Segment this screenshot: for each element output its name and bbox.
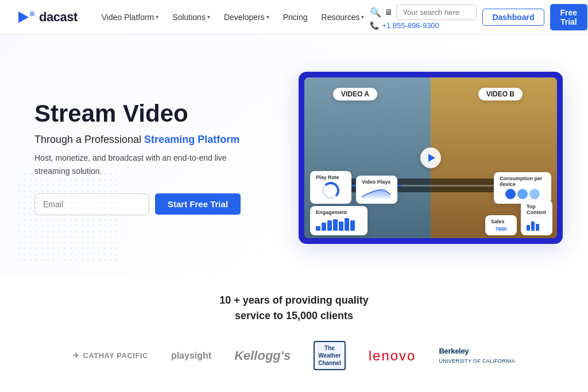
logo[interactable]: dacast — [18, 9, 78, 25]
chevron-down-icon: ▾ — [361, 14, 364, 20]
hero-left: Stream Video Through a Professional Stre… — [34, 100, 276, 215]
play-button[interactable] — [420, 148, 441, 168]
stats-text-line1: 10 + years of providing quality — [11, 293, 577, 308]
pie-slice-2 — [517, 189, 528, 199]
bar-4 — [333, 219, 338, 231]
monitor-icon: 🖥 — [385, 7, 393, 17]
chevron-down-icon: ▾ — [207, 14, 210, 20]
bar-chart-top-content — [527, 217, 547, 231]
donut-chart — [322, 182, 339, 199]
bar-7 — [350, 220, 355, 231]
nav-item-solutions[interactable]: Solutions ▾ — [167, 9, 216, 25]
customer-stories-section: See customer stories → — [0, 387, 588, 392]
bar-3 — [327, 220, 332, 231]
logo-berkeley: BerkeleyUNIVERSITY OF CALIFORNIA — [439, 347, 515, 364]
stat-card-top-content: Top Content — [521, 200, 552, 235]
hero-form: Start Free Trial — [34, 193, 276, 215]
tc-bar-1 — [527, 225, 530, 231]
stat-card-consumption: Consumption per device — [494, 172, 551, 204]
chevron-down-icon: ▾ — [156, 14, 158, 20]
video-panel: VIDEO A VIDEO B Play Rate Video Pl — [299, 72, 563, 244]
stats-text-line2: service to 15,000 clients — [11, 308, 577, 324]
hero-subtitle: Through a Professional Streaming Platfor… — [34, 134, 276, 146]
search-icon[interactable]: 🔍 — [370, 7, 381, 18]
search-input[interactable] — [396, 5, 477, 20]
pie-slice-3 — [529, 189, 540, 199]
email-input[interactable] — [34, 193, 149, 215]
logo-icon — [18, 9, 34, 25]
bar-1 — [316, 226, 320, 231]
stats-bar: 10 + years of providing quality service … — [0, 275, 588, 335]
nav-item-pricing[interactable]: Pricing — [277, 9, 314, 25]
area-chart — [362, 187, 390, 199]
stat-card-play-rate: Play Rate — [310, 171, 351, 204]
bar-chart-engagement — [316, 217, 362, 231]
bar-5 — [339, 222, 343, 231]
bar-2 — [322, 223, 326, 231]
play-icon — [428, 154, 435, 162]
nav-links: Video Platform ▾ Solutions ▾ Developers … — [96, 9, 370, 25]
video-inner: VIDEO A VIDEO B Play Rate Video Pl — [304, 77, 557, 238]
search-area: 🔍 🖥 📞 +1 855-896-9300 — [370, 5, 477, 30]
logo-cathay-pacific: ✈ CATHAY PACIFIC — [73, 351, 148, 360]
svg-rect-1 — [30, 11, 34, 16]
video-label-a: VIDEO A — [333, 88, 377, 100]
logos-section: ✈ CATHAY PACIFIC playsight Kellogg's The… — [0, 335, 588, 387]
logo-playsight: playsight — [171, 351, 211, 361]
logo-weather-channel: TheWeatherChannel — [314, 341, 345, 370]
video-label-b: VIDEO B — [478, 88, 523, 100]
chevron-down-icon: ▾ — [266, 14, 269, 20]
stat-card-sales: Sales 7680 — [485, 215, 517, 235]
nav-item-video-platform[interactable]: Video Platform ▾ — [96, 9, 165, 25]
nav-item-resources[interactable]: Resources ▾ — [316, 9, 370, 25]
free-trial-button[interactable]: Free Trial — [550, 4, 588, 30]
navbar: dacast Video Platform ▾ Solutions ▾ Deve… — [0, 0, 588, 34]
stat-card-engagement: Engagement — [310, 206, 368, 235]
start-free-trial-button[interactable]: Start Free Trial — [155, 193, 241, 215]
tc-bar-3 — [536, 224, 539, 231]
sales-value: 7680 — [491, 226, 511, 232]
pie-slice-1 — [505, 189, 516, 199]
logos-row: ✈ CATHAY PACIFIC playsight Kellogg's The… — [34, 341, 554, 370]
hero-title: Stream Video — [34, 100, 276, 127]
hero-description: Host, monetize, and broadcast with an en… — [34, 152, 253, 177]
dashboard-button[interactable]: Dashboard — [482, 9, 544, 26]
tc-bar-2 — [531, 222, 535, 231]
phone-row: 📞 +1 855-896-9300 — [370, 21, 477, 30]
hero-subtitle-highlight: Streaming Platform — [144, 134, 239, 145]
pie-chart-row — [500, 189, 546, 199]
logo-text: dacast — [39, 10, 78, 25]
svg-marker-0 — [18, 11, 29, 23]
logo-kelloggs: Kellogg's — [234, 348, 291, 363]
bar-6 — [345, 218, 349, 231]
hero-section: Stream Video Through a Professional Stre… — [0, 34, 588, 275]
phone-icon: 📞 — [370, 21, 379, 30]
phone-number[interactable]: +1 855-896-9300 — [382, 21, 439, 30]
stat-card-video-plays: Video Plays — [356, 176, 397, 204]
hero-right: VIDEO A VIDEO B Play Rate Video Pl — [299, 72, 563, 244]
nav-item-developers[interactable]: Developers ▾ — [218, 9, 275, 25]
logo-lenovo: lenovo — [369, 348, 416, 364]
nav-right: 🔍 🖥 📞 +1 855-896-9300 Dashboard Free Tri… — [370, 4, 587, 30]
plane-icon: ✈ — [73, 351, 80, 360]
